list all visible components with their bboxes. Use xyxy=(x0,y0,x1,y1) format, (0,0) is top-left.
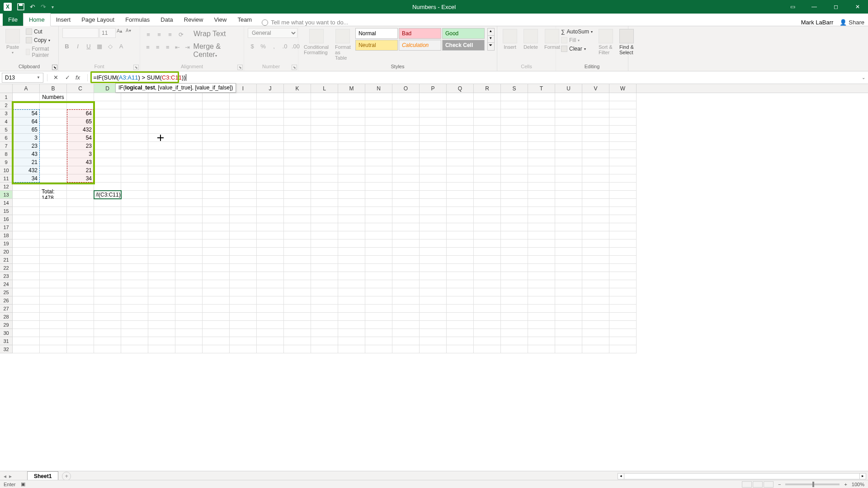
cell-Q25[interactable] xyxy=(447,288,474,296)
cell-M19[interactable] xyxy=(338,239,365,248)
column-header-m[interactable]: M xyxy=(338,84,365,93)
cell-H4[interactable] xyxy=(203,117,230,126)
cell-V8[interactable] xyxy=(582,150,609,158)
cell-E22[interactable] xyxy=(121,264,148,272)
cell-E5[interactable] xyxy=(121,126,148,134)
view-page-break-button[interactable] xyxy=(764,481,774,488)
cell-K4[interactable] xyxy=(284,117,311,126)
cell-B18[interactable] xyxy=(40,231,67,239)
fill-color-button[interactable]: ◇ xyxy=(106,42,115,51)
row-header-23[interactable]: 23 xyxy=(0,272,13,280)
cell-M12[interactable] xyxy=(338,183,365,191)
cell-B3[interactable] xyxy=(40,109,67,117)
cell-M5[interactable] xyxy=(338,126,365,134)
cell-N14[interactable] xyxy=(365,199,392,207)
cell-R18[interactable] xyxy=(474,231,501,239)
cell-M30[interactable] xyxy=(338,329,365,337)
column-header-v[interactable]: V xyxy=(582,84,609,93)
cell-K22[interactable] xyxy=(284,264,311,272)
cell-G23[interactable] xyxy=(175,272,203,280)
cell-G17[interactable] xyxy=(175,223,203,231)
cell-E4[interactable] xyxy=(121,117,148,126)
row-header-19[interactable]: 19 xyxy=(0,239,13,248)
cell-O28[interactable] xyxy=(392,313,420,321)
cell-P30[interactable] xyxy=(420,329,447,337)
cell-H3[interactable] xyxy=(203,109,230,117)
cell-T31[interactable] xyxy=(528,337,555,345)
cell-F2[interactable] xyxy=(148,101,175,109)
cell-A4[interactable]: 64 xyxy=(13,117,40,126)
increase-decimal-button[interactable]: .0 xyxy=(280,42,289,51)
cell-R22[interactable] xyxy=(474,264,501,272)
cell-S10[interactable] xyxy=(501,166,528,174)
cell-E16[interactable] xyxy=(121,215,148,223)
cell-R13[interactable] xyxy=(474,191,501,199)
cell-S27[interactable] xyxy=(501,305,528,313)
cell-S1[interactable] xyxy=(501,93,528,101)
conditional-formatting-button[interactable]: Conditional Formatting xyxy=(302,28,330,56)
cell-E12[interactable] xyxy=(121,183,148,191)
cell-T12[interactable] xyxy=(528,183,555,191)
cell-F11[interactable] xyxy=(148,174,175,183)
cell-Q23[interactable] xyxy=(447,272,474,280)
cell-J16[interactable] xyxy=(257,215,284,223)
cell-W19[interactable] xyxy=(609,239,637,248)
cell-M25[interactable] xyxy=(338,288,365,296)
cell-B2[interactable] xyxy=(40,101,67,109)
cell-J17[interactable] xyxy=(257,223,284,231)
column-header-o[interactable]: O xyxy=(392,84,420,93)
cell-W11[interactable] xyxy=(609,174,637,183)
cell-I14[interactable] xyxy=(230,199,257,207)
cell-F17[interactable] xyxy=(148,223,175,231)
cell-H10[interactable] xyxy=(203,166,230,174)
cell-I18[interactable] xyxy=(230,231,257,239)
cell-Q20[interactable] xyxy=(447,248,474,256)
align-top-button[interactable]: ≡ xyxy=(144,30,153,39)
cell-B32[interactable] xyxy=(40,345,67,353)
cell-E13[interactable] xyxy=(121,191,148,199)
cell-G29[interactable] xyxy=(175,321,203,329)
row-header-10[interactable]: 10 xyxy=(0,166,13,174)
cell-S7[interactable] xyxy=(501,142,528,150)
cell-P12[interactable] xyxy=(420,183,447,191)
cell-V1[interactable] xyxy=(582,93,609,101)
cell-P6[interactable] xyxy=(420,134,447,142)
cell-S8[interactable] xyxy=(501,150,528,158)
cell-N22[interactable] xyxy=(365,264,392,272)
cell-O2[interactable] xyxy=(392,101,420,109)
view-page-layout-button[interactable] xyxy=(753,481,763,488)
cell-W24[interactable] xyxy=(609,280,637,288)
cell-D11[interactable] xyxy=(94,174,121,183)
cell-P4[interactable] xyxy=(420,117,447,126)
cell-I9[interactable] xyxy=(230,158,257,166)
cell-C8[interactable]: 3 xyxy=(67,150,94,158)
cell-P15[interactable] xyxy=(420,207,447,215)
cell-C6[interactable]: 54 xyxy=(67,134,94,142)
cell-W13[interactable] xyxy=(609,191,637,199)
cell-T10[interactable] xyxy=(528,166,555,174)
cell-Q9[interactable] xyxy=(447,158,474,166)
cell-S18[interactable] xyxy=(501,231,528,239)
horizontal-scrollbar[interactable]: ◂▸ xyxy=(618,473,866,479)
cell-U3[interactable] xyxy=(555,109,582,117)
cell-M16[interactable] xyxy=(338,215,365,223)
cell-B5[interactable] xyxy=(40,126,67,134)
cell-E2[interactable] xyxy=(121,101,148,109)
cell-R26[interactable] xyxy=(474,296,501,305)
cell-R3[interactable] xyxy=(474,109,501,117)
cell-U11[interactable] xyxy=(555,174,582,183)
cell-I21[interactable] xyxy=(230,256,257,264)
cell-H14[interactable] xyxy=(203,199,230,207)
cell-G7[interactable] xyxy=(175,142,203,150)
column-header-b[interactable]: B xyxy=(40,84,67,93)
cell-P21[interactable] xyxy=(420,256,447,264)
cell-L31[interactable] xyxy=(311,337,338,345)
cell-W31[interactable] xyxy=(609,337,637,345)
cell-V22[interactable] xyxy=(582,264,609,272)
cell-P17[interactable] xyxy=(420,223,447,231)
cell-A30[interactable] xyxy=(13,329,40,337)
cell-B6[interactable] xyxy=(40,134,67,142)
undo-button[interactable]: ↶ xyxy=(30,3,35,10)
cell-J21[interactable] xyxy=(257,256,284,264)
cell-J6[interactable] xyxy=(257,134,284,142)
